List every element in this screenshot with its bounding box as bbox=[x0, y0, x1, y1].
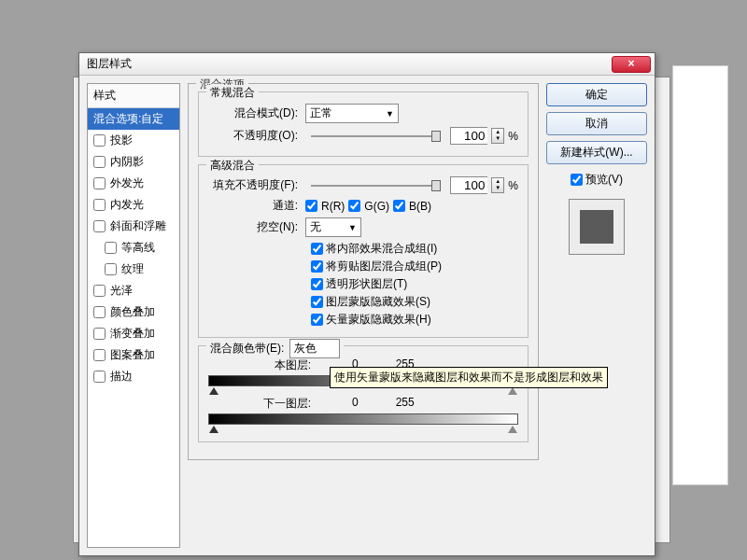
style-gradient-overlay[interactable]: 渐变叠加 bbox=[88, 323, 179, 344]
background-document bbox=[672, 65, 728, 485]
ok-button[interactable]: 确定 bbox=[546, 83, 647, 106]
style-checkbox[interactable] bbox=[93, 220, 106, 232]
spinner[interactable]: ▲▼ bbox=[491, 128, 504, 144]
options-panel: 混合选项 常规混合 混合模式(D): 正常▼ 不透明度(O): ▲▼ % bbox=[188, 83, 539, 548]
new-style-button[interactable]: 新建样式(W)... bbox=[546, 141, 647, 164]
style-checkbox[interactable] bbox=[93, 328, 106, 340]
preview-swatch-box bbox=[569, 199, 625, 255]
style-blending-options[interactable]: 混合选项:自定 bbox=[88, 108, 179, 130]
opacity-slider[interactable] bbox=[311, 135, 441, 137]
advanced-blending-group: 高级混合 填充不透明度(F): ▲▼ % 通道: R(R) G(G) B(B) bbox=[198, 164, 529, 338]
channel-g-checkbox[interactable] bbox=[348, 200, 360, 212]
channel-b-checkbox[interactable] bbox=[393, 200, 405, 212]
range-marker-white[interactable] bbox=[508, 426, 517, 433]
fill-opacity-label: 填充不透明度(F): bbox=[208, 177, 302, 193]
transparency-shapes-checkbox[interactable] bbox=[311, 278, 323, 290]
tooltip: 使用矢量蒙版来隐藏图层和效果而不是形成图层和效果 bbox=[330, 367, 608, 388]
vector-mask-hides-checkbox[interactable] bbox=[311, 314, 323, 326]
underlying-layer-range[interactable] bbox=[208, 413, 518, 425]
style-pattern-overlay[interactable]: 图案叠加 bbox=[88, 344, 179, 366]
range-marker-black[interactable] bbox=[209, 387, 218, 395]
cancel-button[interactable]: 取消 bbox=[546, 112, 647, 135]
style-checkbox[interactable] bbox=[93, 349, 106, 361]
range-marker-black[interactable] bbox=[209, 426, 218, 433]
channels-label: 通道: bbox=[208, 198, 302, 214]
style-texture[interactable]: 纹理 bbox=[88, 259, 179, 280]
slider-thumb[interactable] bbox=[431, 180, 441, 191]
style-checkbox[interactable] bbox=[93, 134, 106, 147]
style-drop-shadow[interactable]: 投影 bbox=[88, 130, 179, 151]
styles-header: 样式 bbox=[88, 84, 179, 108]
close-icon: × bbox=[627, 57, 634, 70]
close-button[interactable]: × bbox=[612, 56, 651, 73]
style-inner-shadow[interactable]: 内阴影 bbox=[88, 151, 179, 173]
chevron-down-icon: ▼ bbox=[386, 109, 394, 119]
blend-interior-checkbox[interactable] bbox=[311, 243, 323, 255]
titlebar: 图层样式 × bbox=[79, 53, 655, 76]
knockout-label: 挖空(N): bbox=[208, 219, 302, 235]
layer-style-dialog: 图层样式 × 样式 混合选项:自定 投影 内阴影 外发光 内发光 斜面和浮雕 等… bbox=[78, 52, 655, 556]
spinner[interactable]: ▲▼ bbox=[491, 177, 504, 193]
style-checkbox[interactable] bbox=[93, 306, 106, 318]
blend-if-select[interactable]: 灰色 bbox=[289, 339, 340, 358]
style-inner-glow[interactable]: 内发光 bbox=[88, 194, 179, 216]
style-checkbox[interactable] bbox=[93, 199, 106, 211]
blend-clipped-checkbox[interactable] bbox=[311, 260, 323, 273]
style-stroke[interactable]: 描边 bbox=[88, 366, 179, 387]
style-checkbox[interactable] bbox=[93, 285, 106, 297]
style-checkbox[interactable] bbox=[105, 242, 117, 254]
fill-opacity-input[interactable] bbox=[450, 176, 487, 194]
dialog-buttons: 确定 取消 新建样式(W)... 预览(V) bbox=[546, 83, 647, 548]
general-blending-group: 常规混合 混合模式(D): 正常▼ 不透明度(O): ▲▼ % bbox=[198, 91, 529, 157]
opacity-label: 不透明度(O): bbox=[208, 128, 302, 144]
style-checkbox[interactable] bbox=[93, 156, 106, 168]
styles-list: 样式 混合选项:自定 投影 内阴影 外发光 内发光 斜面和浮雕 等高线 纹理 光… bbox=[87, 83, 180, 548]
blend-mode-label: 混合模式(D): bbox=[208, 105, 302, 121]
fill-opacity-slider[interactable] bbox=[311, 185, 441, 187]
style-satin[interactable]: 光泽 bbox=[88, 280, 179, 301]
opacity-input[interactable] bbox=[450, 127, 487, 145]
range-marker-white[interactable] bbox=[508, 387, 517, 395]
blending-options-fieldset: 混合选项 常规混合 混合模式(D): 正常▼ 不透明度(O): ▲▼ % bbox=[188, 83, 539, 460]
style-color-overlay[interactable]: 颜色叠加 bbox=[88, 301, 179, 323]
knockout-select[interactable]: 无▼ bbox=[305, 217, 361, 237]
dialog-title: 图层样式 bbox=[83, 56, 612, 72]
blend-mode-select[interactable]: 正常▼ bbox=[305, 104, 399, 123]
slider-thumb[interactable] bbox=[431, 131, 441, 142]
style-checkbox[interactable] bbox=[93, 371, 106, 383]
channel-r-checkbox[interactable] bbox=[305, 200, 317, 212]
blend-if-group: 混合颜色带(E): 灰色 本图层: 0 255 bbox=[198, 345, 529, 442]
chevron-down-icon: ▼ bbox=[348, 223, 357, 232]
style-checkbox[interactable] bbox=[93, 177, 106, 189]
preview-swatch bbox=[580, 210, 613, 244]
style-bevel-emboss[interactable]: 斜面和浮雕 bbox=[88, 216, 179, 237]
layer-mask-hides-checkbox[interactable] bbox=[311, 296, 323, 308]
style-checkbox[interactable] bbox=[105, 263, 117, 275]
preview-checkbox[interactable] bbox=[571, 174, 583, 186]
style-outer-glow[interactable]: 外发光 bbox=[88, 173, 179, 194]
style-contour[interactable]: 等高线 bbox=[88, 237, 179, 259]
